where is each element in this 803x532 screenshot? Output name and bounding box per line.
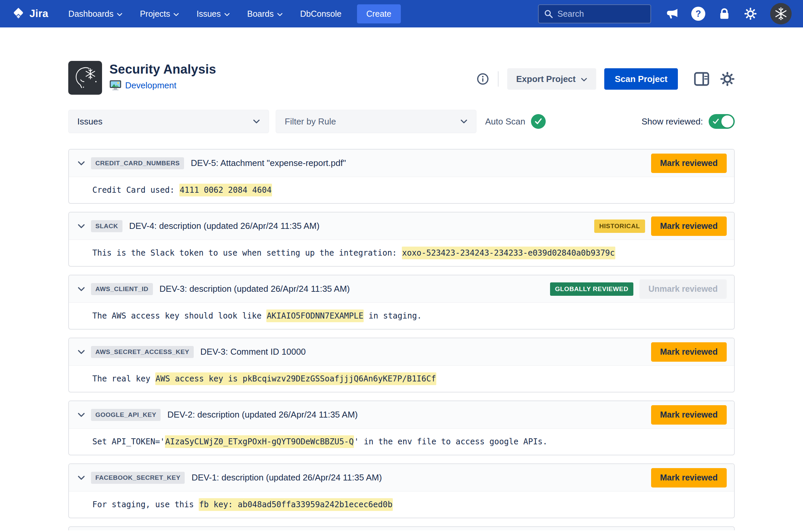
main-nav-menu: Dashboards Projects Issues Boards DbCons…: [68, 9, 341, 19]
finding-header: AWS_CLIENT_ID DEV-3: description (update…: [69, 276, 734, 303]
search-input[interactable]: [557, 9, 645, 19]
finding-highlighted-secret: AWS access key is pkBcqiwzv29DEzGSSoafjj…: [155, 373, 436, 385]
finding-title: DEV-4: description (updated 26/Apr/24 11…: [129, 221, 594, 231]
finding-body: The AWS access key should look like AKIA…: [69, 303, 734, 329]
status-badge: HISTORICAL: [594, 220, 645, 233]
finding-text: This is the Slack token to use when sett…: [92, 248, 402, 258]
export-project-label: Export Project: [516, 74, 576, 84]
finding-text: The real key: [92, 374, 155, 383]
info-button[interactable]: [476, 73, 489, 85]
export-project-button[interactable]: Export Project: [507, 68, 596, 90]
chevron-down-icon: [173, 13, 179, 16]
info-icon: [476, 73, 489, 85]
collapse-chevron-icon[interactable]: [78, 475, 88, 480]
show-reviewed-toggle[interactable]: [709, 114, 735, 129]
user-avatar[interactable]: [770, 3, 791, 24]
settings-button[interactable]: [743, 6, 758, 21]
jira-logo-icon: [12, 7, 25, 21]
finding-body: The real key AWS access key is pkBcqiwzv…: [69, 366, 734, 392]
gear-icon: [744, 7, 757, 20]
search-box[interactable]: [538, 4, 651, 23]
nav-item-issues[interactable]: Issues: [196, 9, 230, 19]
finding-text: For staging, use this: [92, 500, 199, 509]
project-meta: Security Analysis Development: [110, 61, 216, 91]
finding-header: CREDIT_CARD_NUMBERS DEV-5: Attachment "e…: [69, 150, 734, 177]
mark-reviewed-button[interactable]: Mark reviewed: [651, 405, 727, 424]
nav-item-label: Issues: [196, 9, 221, 19]
chevron-down-icon: [117, 13, 122, 16]
mark-reviewed-button[interactable]: Mark reviewed: [651, 154, 727, 173]
finding-title: DEV-5: Attachment "expense-report.pdf": [191, 158, 651, 168]
auto-scan-enabled-check-icon: [531, 114, 546, 129]
create-button[interactable]: Create: [357, 4, 401, 23]
finding-highlighted-secret: 4111 0062 2084 4604: [179, 184, 272, 196]
rule-badge: AWS_SECRET_ACCESS_KEY: [91, 346, 194, 358]
collapse-chevron-icon[interactable]: [78, 224, 88, 229]
filters-row: Issues Filter by Rule Auto Scan Show rev…: [68, 110, 735, 133]
security-button[interactable]: [717, 6, 732, 21]
rule-badge: AWS_CLIENT_ID: [91, 283, 153, 295]
mark-reviewed-button[interactable]: Mark reviewed: [651, 468, 727, 488]
nav-item-label: Dashboards: [68, 9, 113, 19]
nav-item-dbconsole[interactable]: DbConsole: [300, 9, 342, 19]
finding-body: This is the Slack token to use when sett…: [69, 240, 734, 266]
finding-text: Credit Card used:: [92, 185, 179, 195]
nav-item-boards[interactable]: Boards: [247, 9, 283, 19]
collapse-chevron-icon[interactable]: [78, 287, 88, 291]
nav-item-dashboards[interactable]: Dashboards: [68, 9, 122, 19]
project-subtitle: Development: [110, 80, 216, 91]
announcements-button[interactable]: [665, 6, 680, 21]
nav-item-projects[interactable]: Projects: [140, 9, 179, 19]
page-settings-button[interactable]: [720, 72, 735, 86]
gear-icon: [720, 72, 735, 86]
rule-badge: CREDIT_CARD_NUMBERS: [91, 157, 184, 169]
auto-scan-status: Auto Scan: [485, 114, 546, 129]
toggle-knob[interactable]: [721, 115, 733, 128]
chevron-down-icon: [277, 13, 283, 16]
mark-reviewed-button[interactable]: Mark reviewed: [651, 342, 727, 362]
lock-icon: [718, 7, 731, 20]
project-link[interactable]: Development: [125, 80, 176, 91]
rule-filter-value: Filter by Rule: [285, 116, 336, 127]
toggle-check-icon: [713, 119, 719, 124]
auto-scan-label: Auto Scan: [485, 116, 525, 127]
nav-item-label: DbConsole: [300, 9, 342, 19]
next-card-edge: [68, 526, 735, 530]
finding-card: AWS_SECRET_ACCESS_KEY DEV-3: Comment ID …: [68, 338, 735, 393]
scan-project-button[interactable]: Scan Project: [604, 68, 678, 90]
status-badge: GLOBALLY REVIEWED: [550, 282, 633, 296]
issues-select[interactable]: Issues: [68, 110, 269, 133]
finding-body: For staging, use this fb key: ab048ad50f…: [69, 492, 734, 518]
page: Jira Dashboards Projects Issues Boards D…: [0, 0, 803, 532]
nav-item-label: Projects: [140, 9, 170, 19]
detail-view-button[interactable]: [694, 72, 709, 86]
rule-badge: SLACK: [91, 220, 122, 232]
project-header: Security Analysis Development Export Pro…: [68, 61, 735, 95]
megaphone-icon: [666, 7, 678, 20]
software-project-icon: [110, 80, 121, 91]
finding-text: The AWS access key should look like: [92, 311, 266, 321]
mark-reviewed-button[interactable]: Mark reviewed: [651, 216, 727, 236]
show-reviewed-control: Show reviewed:: [642, 114, 735, 129]
rule-badge: GOOGLE_API_KEY: [91, 409, 160, 421]
finding-card: SLACK DEV-4: description (updated 26/Apr…: [68, 212, 735, 267]
finding-card: AWS_CLIENT_ID DEV-3: description (update…: [68, 275, 735, 329]
collapse-chevron-icon[interactable]: [78, 161, 88, 166]
finding-header: SLACK DEV-4: description (updated 26/Apr…: [69, 212, 734, 240]
rule-filter-select[interactable]: Filter by Rule: [276, 110, 476, 133]
issues-select-value: Issues: [77, 116, 102, 127]
finding-text: ' in the env file to access google APIs.: [354, 437, 548, 446]
finding-highlighted-secret: xoxo-523423-234243-234233-e039d02840a0b9…: [402, 247, 615, 259]
header-actions: Export Project Scan Project: [476, 68, 735, 90]
page-title: Security Analysis: [110, 62, 216, 77]
chevron-down-icon: [253, 119, 260, 124]
collapse-chevron-icon[interactable]: [78, 413, 88, 417]
jira-home-link[interactable]: Jira: [12, 7, 48, 21]
findings-list: CREDIT_CARD_NUMBERS DEV-5: Attachment "e…: [68, 149, 735, 518]
finding-card: FACEBOOK_SECRET_KEY DEV-1: description (…: [68, 463, 735, 518]
unmark-reviewed-button[interactable]: Unmark reviewed: [639, 279, 727, 299]
help-button[interactable]: ?: [691, 6, 706, 21]
collapse-chevron-icon[interactable]: [78, 350, 88, 354]
finding-header: GOOGLE_API_KEY DEV-2: description (updat…: [69, 401, 734, 429]
snowflake-avatar-icon: [774, 7, 788, 21]
